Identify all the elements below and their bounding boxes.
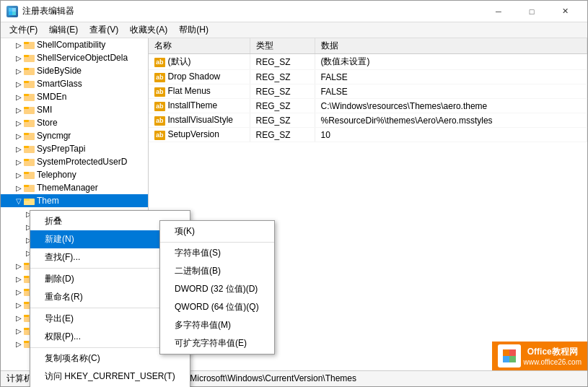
subctx-string[interactable]: 字符串值(S) <box>160 244 274 262</box>
watermark: Office教程网 www.office26.com <box>492 342 587 370</box>
svg-rect-5 <box>24 42 29 44</box>
menu-bar: 文件(F) 编辑(E) 查看(V) 收藏夹(A) 帮助(H) <box>1 22 587 38</box>
svg-rect-7 <box>24 55 29 57</box>
cell-data: FALSE <box>315 70 587 84</box>
svg-rect-54 <box>509 349 516 356</box>
folder-icon <box>24 53 35 63</box>
reg-type-icon: ab <box>154 102 165 111</box>
folder-icon <box>24 66 35 76</box>
tree-label: SystemProtectedUserD <box>37 157 127 167</box>
table-row[interactable]: ab(默认) REG_SZ (数值未设置) <box>149 54 587 70</box>
watermark-line2: www.office26.com <box>524 358 582 366</box>
table-row[interactable]: abDrop Shadow REG_SZ FALSE <box>149 70 587 84</box>
svg-rect-40 <box>24 263 29 265</box>
cell-type: REG_SZ <box>250 128 315 142</box>
col-name[interactable]: 名称 <box>149 38 250 54</box>
table-row[interactable]: abInstallTheme REG_SZ C:\Windows\resourc… <box>149 99 587 113</box>
tree-label: Syncmgr <box>37 131 71 141</box>
tree-item-thememanager[interactable]: ▷ ThemeManager <box>1 181 148 194</box>
svg-rect-55 <box>503 356 509 362</box>
menu-help[interactable]: 帮助(H) <box>173 22 214 38</box>
menu-favorites[interactable]: 收藏夹(A) <box>124 22 173 38</box>
window-title: 注册表编辑器 <box>22 5 482 17</box>
svg-rect-0 <box>9 8 12 12</box>
expand-icon: ▷ <box>14 170 24 180</box>
table-row[interactable]: abFlat Menus REG_SZ FALSE <box>149 84 587 99</box>
svg-rect-11 <box>24 81 29 83</box>
expand-icon: ▷ <box>14 53 24 63</box>
expand-icon: ▷ <box>14 183 24 193</box>
tree-label: Telephony <box>37 170 76 180</box>
col-data[interactable]: 数据 <box>315 38 587 54</box>
subctx-multistring[interactable]: 多字符串值(M) <box>160 316 274 334</box>
folder-icon <box>24 105 35 115</box>
menu-view[interactable]: 查看(V) <box>84 22 124 38</box>
folder-icon <box>24 92 35 102</box>
expand-icon: ▷ <box>14 313 24 323</box>
tree-item-telephony[interactable]: ▷ Telephony <box>1 168 148 181</box>
expand-icon: ▷ <box>14 105 24 115</box>
tree-label: SysPrepTapi <box>37 144 85 154</box>
tree-item-sidebyside[interactable]: ▷ SideBySide <box>1 64 148 77</box>
tree-label: Store <box>37 118 58 128</box>
sub-context-menu: 项(K) 字符串值(S) 二进制值(B) DWORD (32 位值)(D) QW… <box>159 220 275 355</box>
svg-rect-13 <box>24 94 29 96</box>
folder-icon <box>24 40 35 50</box>
cell-type: REG_SZ <box>250 99 315 113</box>
reg-type-icon: ab <box>154 131 165 140</box>
menu-file[interactable]: 文件(F) <box>4 22 43 38</box>
ctx-access-hkcu[interactable]: 访问 HKEY_CURRENT_USER(T) <box>30 368 190 386</box>
svg-rect-3 <box>12 12 16 15</box>
tree-label: Them <box>37 196 59 206</box>
maximize-button[interactable]: □ <box>515 1 548 22</box>
tree-label: ThemeManager <box>37 183 98 193</box>
subctx-binary[interactable]: 二进制值(B) <box>160 262 274 280</box>
tree-item-themes[interactable]: ▽ Them <box>1 194 148 207</box>
svg-rect-15 <box>24 107 29 109</box>
svg-marker-30 <box>24 201 34 205</box>
subctx-qword[interactable]: QWORD (64 位值)(Q) <box>160 298 274 316</box>
tree-item-syspreptapi[interactable]: ▷ SysPrepTapi <box>1 142 148 155</box>
app-window: 注册表编辑器 ─ □ ✕ 文件(F) 编辑(E) 查看(V) 收藏夹(A) 帮助… <box>0 0 588 387</box>
tree-item-systemprotected[interactable]: ▷ SystemProtectedUserD <box>1 155 148 168</box>
subctx-dword[interactable]: DWORD (32 位值)(D) <box>160 280 274 298</box>
tree-item-smi[interactable]: ▷ SMI <box>1 103 148 116</box>
cell-type: REG_SZ <box>250 70 315 84</box>
col-type[interactable]: 类型 <box>250 38 315 54</box>
expand-icon: ▷ <box>14 274 24 284</box>
minimize-button[interactable]: ─ <box>482 1 515 22</box>
folder-icon <box>24 131 35 141</box>
cell-data: FALSE <box>315 84 587 99</box>
reg-type-icon: ab <box>154 73 165 82</box>
table-row[interactable]: abSetupVersion REG_SZ 10 <box>149 128 587 142</box>
tree-item-smartglass[interactable]: ▷ SmartGlass <box>1 77 148 90</box>
tree-label: ShellCompatibility <box>37 40 105 50</box>
expand-icon: ▷ <box>14 66 24 76</box>
reg-type-icon: ab <box>154 116 165 126</box>
expand-icon: ▷ <box>14 131 24 141</box>
svg-rect-56 <box>509 356 516 362</box>
tree-item-store[interactable]: ▷ Store <box>1 116 148 129</box>
reg-type-icon: ab <box>154 87 165 97</box>
cell-name: abInstallVisualStyle <box>149 113 250 128</box>
table-row[interactable]: abInstallVisualStyle REG_SZ %ResourceDir… <box>149 113 587 128</box>
folder-icon <box>24 183 35 193</box>
expand-icon: ▷ <box>14 326 24 336</box>
tree-item-smden[interactable]: ▷ SMDEn <box>1 90 148 103</box>
tree-item-shellservice[interactable]: ▷ ShellServiceObjectDela <box>1 51 148 64</box>
svg-rect-44 <box>24 289 29 291</box>
expand-icon: ▷ <box>14 118 24 128</box>
menu-edit[interactable]: 编辑(E) <box>43 22 84 38</box>
close-button[interactable]: ✕ <box>548 1 582 22</box>
svg-rect-17 <box>24 120 29 122</box>
subctx-expandstring[interactable]: 可扩充字符串值(E) <box>160 334 274 352</box>
svg-rect-25 <box>24 172 29 174</box>
cell-data: C:\Windows\resources\Themes\aero.theme <box>315 99 587 113</box>
subctx-key[interactable]: 项(K) <box>160 222 274 240</box>
expand-icon: ▷ <box>14 92 24 102</box>
tree-item-syncmgr[interactable]: ▷ Syncmgr <box>1 129 148 142</box>
tree-item-shellcompat[interactable]: ▷ ShellCompatibility <box>1 38 148 51</box>
expand-icon: ▷ <box>14 300 24 310</box>
folder-icon <box>24 118 35 128</box>
folder-icon <box>24 157 35 167</box>
